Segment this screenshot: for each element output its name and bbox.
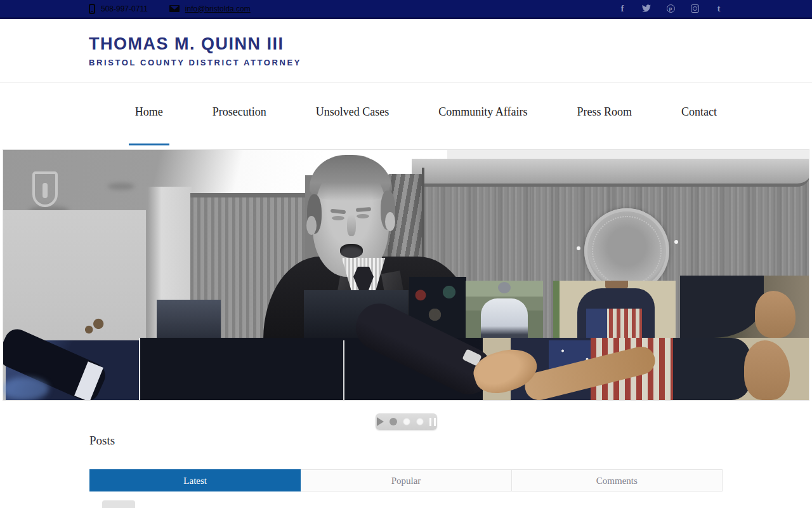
posts-heading: Posts (89, 434, 723, 448)
tab-popular[interactable]: Popular (301, 469, 511, 491)
hero-ceiling-light (108, 183, 134, 190)
facebook-icon: f (621, 4, 624, 13)
social-links: f p t (618, 4, 723, 14)
pinterest-icon: p (667, 4, 675, 13)
slide-thumb-flag-shirt-man (553, 281, 676, 338)
tab-comments[interactable]: Comments (512, 469, 723, 491)
email-icon (169, 5, 180, 12)
nav-item-press-room[interactable]: Press Room (570, 105, 638, 145)
pinterest-link[interactable]: p (666, 4, 675, 14)
carousel-dot-2[interactable] (403, 418, 410, 425)
contact-info: 508-997-0711 info@bristolda.com (89, 4, 251, 14)
slide-thumb-dark (157, 300, 221, 338)
twitter-link[interactable] (642, 4, 651, 14)
twitter-icon (642, 3, 651, 15)
hero-bottom-left-photo (6, 340, 140, 400)
carousel-controls (376, 413, 437, 430)
carousel-dot-3[interactable] (416, 418, 424, 425)
nav-item-home[interactable]: Home (129, 105, 169, 145)
carousel-play-button[interactable] (377, 417, 384, 426)
nav-item-community-affairs[interactable]: Community Affairs (432, 105, 534, 145)
slide-thumb-arm (680, 276, 809, 338)
hero-carousel[interactable] (3, 149, 809, 401)
phone-group: 508-997-0711 (89, 4, 148, 14)
nav-item-contact[interactable]: Contact (675, 105, 723, 145)
instagram-link[interactable] (690, 4, 699, 14)
carousel-pause-button[interactable] (429, 418, 436, 426)
nav-item-prosecution[interactable]: Prosecution (206, 105, 273, 145)
tumblr-icon: t (717, 4, 721, 13)
seal-figure (43, 183, 48, 198)
email-link[interactable]: info@bristolda.com (185, 4, 251, 13)
post-thumbnail[interactable] (102, 500, 135, 508)
hero-wall-cap (412, 159, 809, 187)
site-title: THOMAS M. QUINN III (89, 34, 723, 54)
site-subtitle: BRISTOL COUNTY DISTRICT ATTORNEY (89, 58, 723, 67)
flag-tshirt-graphic (586, 309, 642, 338)
phone-number: 508-997-0711 (101, 4, 148, 13)
email-group: info@bristolda.com (169, 4, 251, 13)
nav-item-unsolved-cases[interactable]: Unsolved Cases (310, 105, 396, 145)
tumblr-link[interactable]: t (714, 4, 723, 14)
phone-icon (89, 4, 95, 14)
top-bar: 508-997-0711 info@bristolda.com f p t (0, 0, 812, 19)
main-nav: Home Prosecution Unsolved Cases Communit… (0, 83, 812, 147)
posts-section: Posts Latest Popular Comments (89, 434, 723, 508)
posts-tabs: Latest Popular Comments (89, 469, 723, 491)
slide-thumb-hand (72, 314, 115, 338)
slide-thumb-white-shirt-man (466, 281, 543, 338)
tab-latest[interactable]: Latest (89, 469, 301, 491)
instagram-icon (691, 4, 699, 13)
site-logo[interactable]: THOMAS M. QUINN III BRISTOL COUNTY DISTR… (89, 34, 723, 67)
carousel-dot-1[interactable] (390, 418, 397, 425)
site-header: THOMAS M. QUINN III BRISTOL COUNTY DISTR… (0, 19, 812, 83)
facebook-link[interactable]: f (618, 4, 627, 14)
